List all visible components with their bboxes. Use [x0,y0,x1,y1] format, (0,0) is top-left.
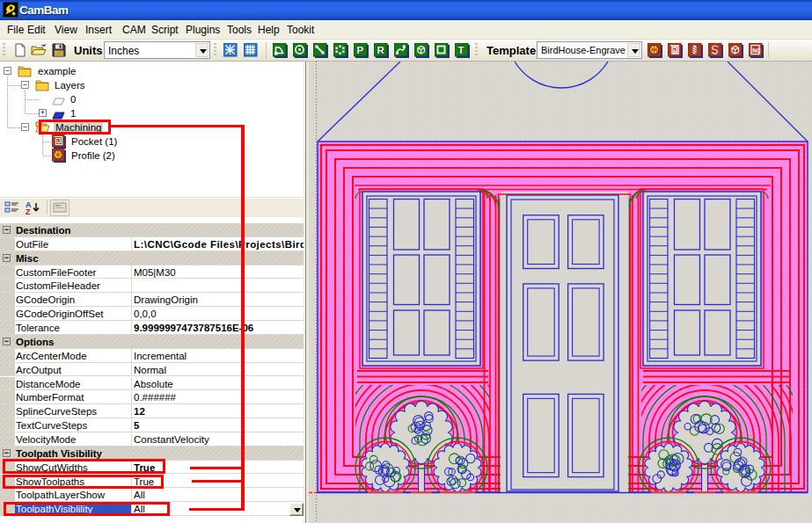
svg-text:T: T [458,45,465,55]
svg-text:Z: Z [26,207,31,216]
svg-text:R: R [377,45,385,55]
svg-text:NC: NC [752,47,761,54]
svg-text:P: P [357,45,364,55]
